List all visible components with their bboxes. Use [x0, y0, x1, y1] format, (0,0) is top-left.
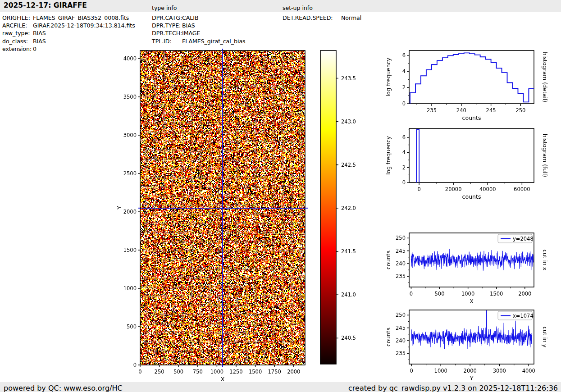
- metadata-row: DPR.TYPE:BIAS: [152, 22, 246, 29]
- svg-text:243.0: 243.0: [341, 119, 356, 125]
- setup-info-heading: set-up info: [283, 5, 313, 11]
- field-label: ORIGFILE:: [2, 14, 33, 22]
- metadata-row: DPR.TECH:IMAGE: [152, 29, 246, 37]
- svg-text:cut in y: cut in y: [542, 327, 548, 348]
- field-label: DET.READ.SPEED:: [283, 14, 341, 22]
- svg-text:0: 0: [410, 368, 413, 374]
- svg-text:20000: 20000: [445, 186, 462, 192]
- svg-text:241.5: 241.5: [341, 248, 356, 255]
- svg-text:1000: 1000: [434, 368, 447, 374]
- svg-text:counts: counts: [385, 251, 392, 269]
- svg-text:6: 6: [402, 52, 406, 59]
- svg-text:1500: 1500: [490, 291, 503, 297]
- field-value: BIAS: [33, 37, 46, 45]
- field-value: IMAGE: [182, 29, 200, 37]
- svg-text:0: 0: [138, 369, 141, 375]
- svg-text:250: 250: [155, 369, 164, 375]
- svg-text:6: 6: [402, 134, 406, 141]
- svg-text:2000: 2000: [464, 368, 477, 374]
- field-value: GIRAF.2025-12-18T09:34:13.814.fits: [33, 22, 135, 29]
- svg-text:Y: Y: [116, 206, 123, 210]
- svg-text:2000: 2000: [123, 209, 137, 215]
- svg-text:0: 0: [402, 179, 406, 186]
- metadata-row: ORIGFILE:FLAMES_GIRAF_BIAS352_0008.fits: [2, 14, 135, 22]
- field-value: Normal: [341, 14, 361, 22]
- svg-text:2000: 2000: [518, 291, 531, 297]
- metadata-row: ARCFILE:GIRAF.2025-12-18T09:34:13.814.fi…: [2, 22, 135, 29]
- svg-text:245: 245: [396, 325, 406, 331]
- svg-text:2: 2: [402, 84, 406, 91]
- field-value: BIAS: [182, 22, 195, 29]
- colorbar-svg: 240.5241.0241.5242.0242.5243.0243.5: [315, 41, 388, 391]
- svg-text:0: 0: [133, 362, 137, 368]
- field-label: raw_type:: [2, 29, 33, 37]
- svg-text:245: 245: [486, 107, 496, 114]
- svg-text:4: 4: [402, 68, 406, 74]
- metadata-setup-column: DET.READ.SPEED:Normal: [283, 14, 361, 22]
- field-value: CALIB: [182, 14, 199, 22]
- cut_in_y-svg: 01000200030004000235240245250Ycountscut …: [381, 300, 561, 391]
- svg-text:1000: 1000: [210, 369, 223, 375]
- svg-text:0: 0: [402, 100, 406, 107]
- svg-text:250: 250: [515, 107, 525, 114]
- field-label: extension:: [2, 45, 33, 53]
- svg-text:4: 4: [402, 149, 406, 155]
- svg-text:240: 240: [396, 337, 406, 344]
- svg-text:243.5: 243.5: [341, 75, 356, 82]
- svg-text:2500: 2500: [123, 170, 137, 177]
- page-title: 2025-12-17: GIRAFFE: [4, 1, 87, 9]
- svg-text:1000: 1000: [461, 291, 474, 297]
- field-label: ARCFILE:: [2, 22, 33, 29]
- footer-credit-right: created by qc_rawdisp.py v1.2.3 on 2025-…: [348, 384, 558, 392]
- svg-text:500: 500: [173, 369, 183, 375]
- cut_in_x-svg: 0500100015002000235240245250Xcountscut i…: [381, 223, 561, 313]
- svg-text:cut in x: cut in x: [542, 250, 548, 270]
- metadata-row: DPR.CATG:CALIB: [152, 14, 246, 22]
- field-label: do_class:: [2, 37, 33, 45]
- svg-text:x=1074: x=1074: [513, 313, 534, 319]
- svg-text:counts: counts: [462, 193, 481, 200]
- histogram_detail-svg: 2352402452500246countslog frequencyhisto…: [381, 41, 561, 129]
- svg-text:X: X: [221, 376, 225, 383]
- svg-text:1250: 1250: [229, 369, 242, 375]
- svg-text:log frequency: log frequency: [385, 58, 392, 96]
- metadata-row: DET.READ.SPEED:Normal: [283, 14, 361, 22]
- svg-text:1500: 1500: [123, 247, 137, 253]
- metadata-row: raw_type:BIAS: [2, 29, 135, 37]
- svg-text:235: 235: [396, 273, 406, 279]
- svg-text:2: 2: [402, 164, 406, 171]
- svg-text:60000: 60000: [514, 186, 530, 192]
- svg-text:500: 500: [435, 291, 445, 297]
- svg-text:240.5: 240.5: [341, 335, 356, 341]
- svg-text:750: 750: [193, 369, 203, 375]
- svg-text:histogram (detail): histogram (detail): [542, 52, 548, 102]
- svg-text:40000: 40000: [479, 186, 496, 192]
- bias_image-svg: 0250500750100012501500175020000500100015…: [108, 41, 320, 391]
- svg-text:3500: 3500: [123, 94, 137, 100]
- field-value: FLAMES_GIRAF_BIAS352_0008.fits: [33, 14, 129, 22]
- svg-text:235: 235: [427, 107, 437, 114]
- svg-text:histogram (full): histogram (full): [542, 134, 548, 177]
- svg-text:counts: counts: [385, 328, 392, 346]
- svg-text:240: 240: [456, 107, 466, 114]
- footer-credit-left: powered by QC: www.eso.org/HC: [4, 384, 123, 392]
- svg-text:2000: 2000: [287, 369, 300, 375]
- svg-text:0: 0: [417, 186, 420, 192]
- svg-text:235: 235: [396, 350, 406, 356]
- svg-text:y=2048: y=2048: [513, 236, 534, 242]
- field-label: DPR.CATG:: [152, 14, 182, 22]
- svg-text:3000: 3000: [493, 368, 506, 374]
- svg-text:250: 250: [396, 235, 406, 241]
- svg-text:1000: 1000: [123, 285, 137, 292]
- svg-text:1750: 1750: [268, 369, 281, 375]
- field-label: DPR.TYPE:: [152, 22, 182, 29]
- svg-text:4000: 4000: [522, 368, 535, 374]
- svg-text:Y: Y: [470, 375, 474, 382]
- type-info-heading: type info: [152, 5, 177, 11]
- svg-text:log frequency: log frequency: [385, 136, 392, 175]
- field-value: 0: [33, 45, 36, 53]
- svg-text:242.0: 242.0: [341, 205, 356, 211]
- svg-text:4000: 4000: [123, 55, 137, 62]
- svg-text:245: 245: [396, 248, 406, 254]
- svg-text:3000: 3000: [123, 132, 137, 138]
